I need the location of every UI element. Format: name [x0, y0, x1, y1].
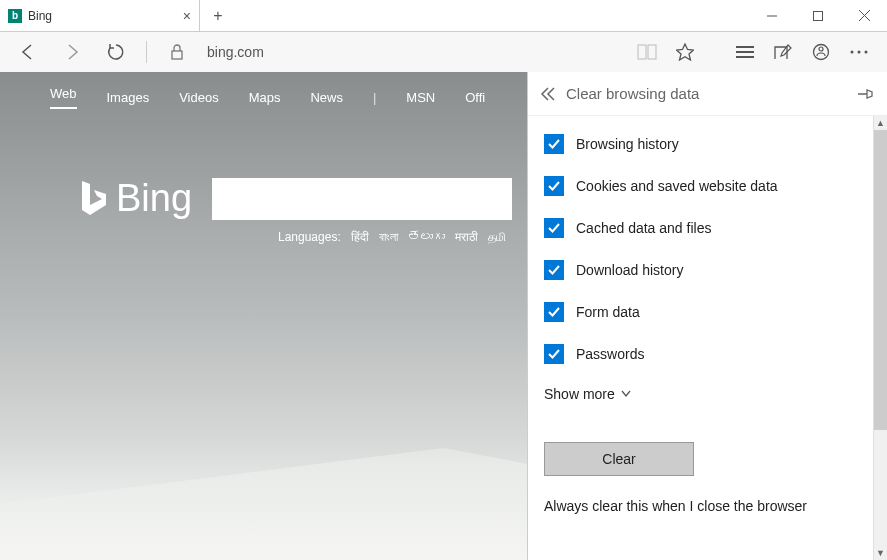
reading-view-icon[interactable]	[629, 34, 665, 70]
svg-point-13	[858, 51, 861, 54]
check-label: Cached data and files	[576, 220, 711, 236]
address-bar[interactable]: bing.com	[207, 44, 264, 60]
notes-icon[interactable]	[765, 34, 801, 70]
checkbox-icon[interactable]	[544, 218, 564, 238]
scroll-down-arrow[interactable]: ▼	[874, 546, 887, 560]
always-clear-label: Always clear this when I close the brows…	[544, 498, 871, 514]
bing-logo: Bing	[78, 177, 192, 220]
maximize-button[interactable]	[795, 0, 841, 31]
nav-maps[interactable]: Maps	[249, 90, 281, 105]
check-cookies[interactable]: Cookies and saved website data	[544, 176, 871, 196]
check-label: Form data	[576, 304, 640, 320]
check-label: Download history	[576, 262, 683, 278]
tab-title: Bing	[28, 9, 52, 23]
panel-scrollbar[interactable]: ▲ ▼	[873, 116, 887, 560]
forward-button[interactable]	[54, 34, 90, 70]
nav-separator: |	[373, 90, 376, 105]
checkbox-icon[interactable]	[544, 260, 564, 280]
scroll-left-arrow[interactable]	[0, 547, 14, 560]
panel-title: Clear browsing data	[566, 85, 699, 102]
show-more-label: Show more	[544, 386, 615, 402]
close-tab-icon[interactable]: ×	[183, 8, 191, 24]
nav-news[interactable]: News	[310, 90, 343, 105]
svg-rect-1	[814, 11, 823, 20]
browser-tab[interactable]: b Bing ×	[0, 0, 200, 31]
close-window-button[interactable]	[841, 0, 887, 31]
bing-favicon: b	[8, 9, 22, 23]
check-label: Passwords	[576, 346, 644, 362]
share-icon[interactable]	[803, 34, 839, 70]
lock-icon	[159, 34, 195, 70]
more-icon[interactable]	[841, 34, 877, 70]
lang-link[interactable]: বাংলা	[379, 230, 398, 244]
check-form-data[interactable]: Form data	[544, 302, 871, 322]
back-chevron-icon[interactable]	[540, 87, 556, 101]
minimize-button[interactable]	[749, 0, 795, 31]
svg-point-14	[865, 51, 868, 54]
new-tab-button[interactable]: +	[200, 0, 236, 31]
lang-link[interactable]: हिंदी	[351, 230, 369, 244]
svg-point-11	[819, 47, 823, 51]
favorites-icon[interactable]	[667, 34, 703, 70]
search-input[interactable]	[212, 178, 512, 220]
svg-point-12	[851, 51, 854, 54]
panel-body: Browsing history Cookies and saved websi…	[528, 116, 887, 560]
expand-button[interactable]	[40, 502, 80, 542]
check-passwords[interactable]: Passwords	[544, 344, 871, 364]
lang-link[interactable]: తెలుగు	[408, 230, 445, 244]
nav-msn[interactable]: MSN	[406, 90, 435, 105]
title-bar: b Bing × +	[0, 0, 887, 32]
nav-office[interactable]: Offi	[465, 90, 485, 105]
check-cached[interactable]: Cached data and files	[544, 218, 871, 238]
languages-label: Languages:	[278, 230, 341, 244]
chevron-down-icon	[621, 390, 631, 398]
svg-rect-4	[172, 51, 182, 59]
lang-link[interactable]: मराठी	[455, 230, 478, 244]
checkbox-icon[interactable]	[544, 134, 564, 154]
pin-icon[interactable]	[857, 87, 875, 101]
check-label: Browsing history	[576, 136, 679, 152]
svg-rect-6	[648, 45, 656, 59]
show-more-link[interactable]: Show more	[544, 386, 871, 402]
window-controls	[749, 0, 887, 31]
scroll-thumb[interactable]	[874, 130, 887, 430]
bing-logo-mark	[78, 179, 108, 219]
bing-logo-text: Bing	[116, 177, 192, 220]
check-browsing-history[interactable]: Browsing history	[544, 134, 871, 154]
svg-rect-5	[638, 45, 646, 59]
check-download-history[interactable]: Download history	[544, 260, 871, 280]
back-button[interactable]	[10, 34, 46, 70]
scroll-up-arrow[interactable]: ▲	[874, 116, 887, 130]
checkbox-icon[interactable]	[544, 176, 564, 196]
panel-header: Clear browsing data	[528, 72, 887, 116]
clear-browsing-data-panel: Clear browsing data Browsing history Coo…	[527, 72, 887, 560]
check-label: Cookies and saved website data	[576, 178, 778, 194]
nav-images[interactable]: Images	[107, 90, 150, 105]
hub-icon[interactable]	[727, 34, 763, 70]
lang-link[interactable]: தமி	[488, 230, 506, 244]
nav-videos[interactable]: Videos	[179, 90, 219, 105]
checkbox-icon[interactable]	[544, 344, 564, 364]
nav-web[interactable]: Web	[50, 86, 77, 109]
refresh-button[interactable]	[98, 34, 134, 70]
clear-button[interactable]: Clear	[544, 442, 694, 476]
clear-button-label: Clear	[602, 451, 635, 467]
browser-toolbar: bing.com	[0, 32, 887, 72]
checkbox-icon[interactable]	[544, 302, 564, 322]
